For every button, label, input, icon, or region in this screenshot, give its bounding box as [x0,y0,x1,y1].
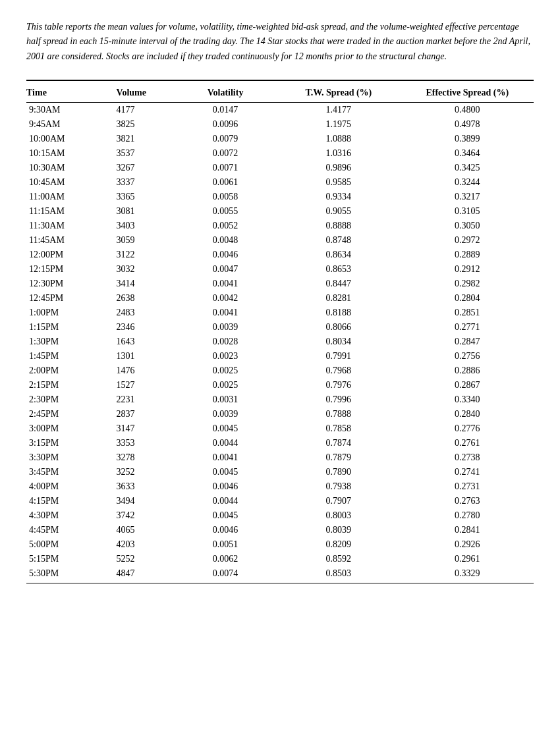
table-row: 11:45AM30590.00480.87480.2972 [26,233,534,248]
table-row: 4:45PM40650.00460.80390.2841 [26,523,534,537]
cell-time: 12:15PM [26,262,97,277]
col-header-tw-spread: T.W. Spread (%) [276,85,401,103]
cell-time: 11:30AM [26,219,97,233]
cell-tw-spread: 0.8888 [276,219,401,233]
cell-tw-spread: 0.7996 [276,392,401,407]
cell-volume: 4847 [97,566,175,583]
cell-time: 2:15PM [26,378,97,392]
cell-volatility: 0.0039 [175,407,276,421]
table-row: 2:00PM14760.00250.79680.2886 [26,364,534,378]
cell-tw-spread: 0.9585 [276,175,401,190]
cell-tw-spread: 0.7890 [276,465,401,479]
cell-eff-spread: 0.3050 [401,219,534,233]
cell-tw-spread: 0.7858 [276,421,401,436]
table-row: 10:45AM33370.00610.95850.3244 [26,175,534,190]
table-row: 9:30AM41770.01471.41770.4800 [26,103,534,118]
table-row: 5:15PM52520.00620.85920.2961 [26,552,534,566]
cell-eff-spread: 0.2972 [401,233,534,248]
cell-tw-spread: 0.8653 [276,262,401,277]
cell-eff-spread: 0.2761 [401,436,534,450]
table-row: 4:30PM37420.00450.80030.2780 [26,508,534,523]
cell-volume: 3414 [97,277,175,291]
cell-time: 12:00PM [26,248,97,262]
cell-time: 3:00PM [26,421,97,436]
cell-volatility: 0.0062 [175,552,276,566]
cell-tw-spread: 0.8066 [276,320,401,335]
cell-eff-spread: 0.2889 [401,248,534,262]
cell-volume: 5252 [97,552,175,566]
cell-time: 11:45AM [26,233,97,248]
cell-volume: 3821 [97,132,175,146]
cell-time: 5:00PM [26,537,97,552]
cell-volume: 1643 [97,335,175,349]
cell-eff-spread: 0.2867 [401,378,534,392]
cell-volatility: 0.0061 [175,175,276,190]
cell-volatility: 0.0025 [175,378,276,392]
cell-volatility: 0.0025 [175,364,276,378]
cell-eff-spread: 0.3464 [401,146,534,161]
cell-time: 10:45AM [26,175,97,190]
cell-eff-spread: 0.4800 [401,103,534,118]
cell-volume: 3337 [97,175,175,190]
cell-volatility: 0.0046 [175,479,276,494]
cell-volume: 3633 [97,479,175,494]
col-header-time: Time [26,85,97,103]
cell-volume: 3059 [97,233,175,248]
cell-tw-spread: 0.8503 [276,566,401,583]
cell-eff-spread: 0.2738 [401,450,534,465]
col-header-eff-spread: Effective Spread (%) [401,85,534,103]
cell-volatility: 0.0039 [175,320,276,335]
cell-eff-spread: 0.2780 [401,508,534,523]
cell-eff-spread: 0.3244 [401,175,534,190]
cell-eff-spread: 0.4978 [401,117,534,132]
cell-eff-spread: 0.2851 [401,306,534,320]
cell-eff-spread: 0.3899 [401,132,534,146]
cell-volume: 2483 [97,306,175,320]
table-row: 9:45AM38250.00961.19750.4978 [26,117,534,132]
table-row: 12:45PM26380.00420.82810.2804 [26,291,534,306]
table-row: 2:30PM22310.00310.79960.3340 [26,392,534,407]
data-table: Time Volume Volatility T.W. Spread (%) E… [26,80,534,583]
cell-time: 1:30PM [26,335,97,349]
cell-volatility: 0.0147 [175,103,276,118]
cell-tw-spread: 0.8281 [276,291,401,306]
cell-tw-spread: 0.7938 [276,479,401,494]
table-row: 2:45PM28370.00390.78880.2840 [26,407,534,421]
cell-eff-spread: 0.2756 [401,349,534,364]
cell-volatility: 0.0045 [175,465,276,479]
cell-time: 5:15PM [26,552,97,566]
cell-time: 3:45PM [26,465,97,479]
cell-volume: 3278 [97,450,175,465]
cell-volatility: 0.0041 [175,450,276,465]
cell-eff-spread: 0.2841 [401,523,534,537]
table-row: 3:15PM33530.00440.78740.2761 [26,436,534,450]
cell-eff-spread: 0.2912 [401,262,534,277]
cell-volatility: 0.0031 [175,392,276,407]
cell-tw-spread: 0.8447 [276,277,401,291]
cell-volatility: 0.0055 [175,204,276,219]
cell-eff-spread: 0.3105 [401,204,534,219]
cell-volume: 4203 [97,537,175,552]
cell-volume: 3742 [97,508,175,523]
cell-eff-spread: 0.3340 [401,392,534,407]
cell-volatility: 0.0041 [175,306,276,320]
cell-tw-spread: 0.8592 [276,552,401,566]
cell-time: 1:15PM [26,320,97,335]
cell-volume: 3494 [97,494,175,508]
table-row: 2:15PM15270.00250.79760.2867 [26,378,534,392]
cell-time: 4:15PM [26,494,97,508]
cell-volatility: 0.0047 [175,262,276,277]
cell-eff-spread: 0.2763 [401,494,534,508]
cell-tw-spread: 0.7907 [276,494,401,508]
cell-volatility: 0.0042 [175,291,276,306]
cell-volatility: 0.0041 [175,277,276,291]
cell-volume: 4065 [97,523,175,537]
cell-eff-spread: 0.2886 [401,364,534,378]
table-row: 1:15PM23460.00390.80660.2771 [26,320,534,335]
cell-volatility: 0.0074 [175,566,276,583]
cell-time: 9:45AM [26,117,97,132]
cell-volume: 3537 [97,146,175,161]
cell-volatility: 0.0044 [175,494,276,508]
table-row: 11:30AM34030.00520.88880.3050 [26,219,534,233]
cell-volume: 3032 [97,262,175,277]
